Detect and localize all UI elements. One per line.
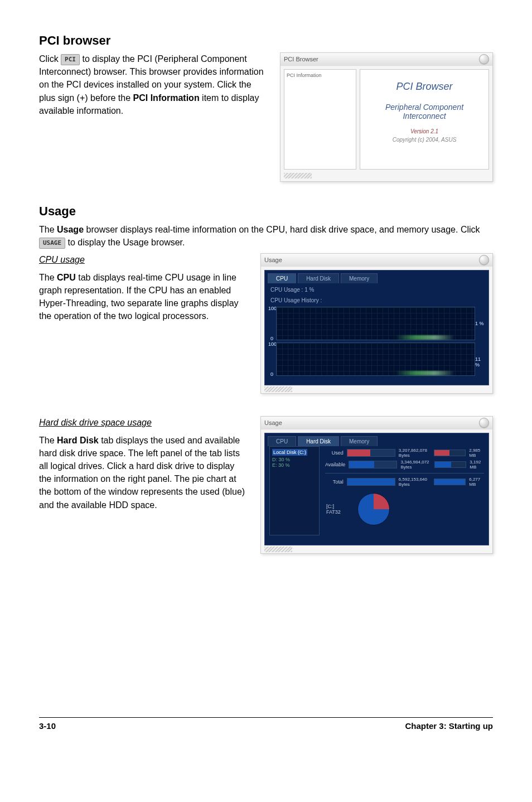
pci-tree: PCI Information [284,69,356,170]
cpu-bold: CPU [57,273,76,282]
cpu-graph-1 [276,307,475,340]
usage-intro-bold: Usage [57,225,84,234]
scale-0-b: 0 [270,371,273,377]
drive-c-label: [C:] [326,504,341,509]
scale-0-a: 0 [270,336,273,341]
drive-e-item: E: 30 % [272,462,317,468]
usage-button-mock: USAGE [39,238,65,249]
pci-copyright: Copyright (c) 2004, ASUS [364,137,485,143]
pci-screenshot: PCI Browser PCI Information PCI Browser … [280,52,493,182]
pci-sub-2: Interconnect [364,112,485,120]
cpu-shot-title: Usage [264,257,282,263]
drive-d-item: D: 30 % [272,457,317,462]
drive-c-item: Local Disk (C:) [272,449,307,456]
pci-body-1: Click [39,54,61,64]
close-icon [479,418,489,428]
cpu-usage-title: CPU usage [39,255,85,264]
hdd-usage-screenshot: Usage CPU Hard Disk Memory Local Disk (C… [260,416,493,554]
pci-body: Click PCI to display the PCI (Peripheral… [39,52,266,117]
pci-heading: PCI browser [39,33,493,48]
hdd-usage-title: Hard disk drive space usage [39,418,152,427]
cpu-usage-screenshot: Usage CPU Hard Disk Memory CPU Usage : 1… [260,253,493,394]
pct-1: 1 % [475,321,486,326]
scale-100-b: 100 [268,341,277,347]
usage-intro: The Usage browser displays real-time inf… [39,223,493,249]
usage-heading: Usage [39,204,493,219]
used-label: Used [325,450,344,456]
hdd-b2: tab displays the used and available hard… [39,436,245,510]
avail-bar-2 [434,461,466,468]
hdd-shot-title: Usage [264,419,282,426]
total-label: Total [325,479,344,485]
used-bytes: 3,207,862,078 Bytes [399,448,431,458]
cpu-graph-2 [276,342,475,376]
tab-memory: Memory [341,273,378,283]
avail-gb: 3,192 MB [470,460,484,470]
total-bar [347,478,395,486]
pci-version: Version 2.1 [364,128,485,134]
total-bar-2 [434,479,466,485]
scale-100-a: 100 [268,306,277,311]
avail-bar [349,461,397,468]
page-number: 3-10 [39,721,56,731]
hdd-b1: The [39,436,57,445]
pct-2: 11 % [475,356,486,368]
cpu-usage-val: CPU Usage : 1 % [265,283,489,294]
avail-label: Available [325,462,345,467]
pci-title-text: PCI Browser [364,81,485,93]
usage-intro-2: browser displays real-time information o… [86,225,480,234]
grip-icon [284,173,312,178]
close-icon [479,54,489,64]
cpu-b1: The [39,273,57,282]
tab-hdd: Hard Disk [298,273,339,283]
pci-shot-title: PCI Browser [284,56,318,62]
pci-button-mock: PCI [61,54,80,65]
close-icon [479,255,489,265]
chapter-title: Chapter 3: Starting up [405,721,493,731]
cpu-history-label: CPU Usage History : [265,294,489,305]
hdd-bold: Hard Disk [57,436,99,445]
tab-memory-2: Memory [341,436,378,446]
total-gb: 6,277 MB [469,477,484,487]
tab-cpu-2: CPU [268,436,296,446]
pie-chart [357,493,390,525]
usage-intro-1: The [39,225,57,234]
avail-bytes: 3,346,984,072 Bytes [400,460,431,470]
pci-tree-root: PCI Information [287,73,322,78]
total-bytes: 6,592,153,640 Bytes [399,477,431,487]
grip-icon [264,547,292,552]
hdd-usage-body: The Hard Disk tab displays the used and … [39,434,246,511]
used-bar-2 [434,450,466,456]
used-bar [347,449,395,457]
usage-intro-3: to display the Usage browser. [68,238,185,247]
drive-list: Local Disk (C:) D: 30 % E: 30 % [269,446,320,535]
used-gb: 2,985 MB [469,448,484,458]
tab-cpu: CPU [268,273,296,283]
grip-icon [264,386,292,392]
pci-sub-1: Peripheral Component [364,103,485,112]
tab-hdd-2: Hard Disk [298,436,339,446]
fs-label: FAT32 [326,509,341,515]
cpu-usage-body: The CPU tab displays real-time CPU usage… [39,271,246,323]
pci-bold-1: PCI Information [133,93,200,103]
